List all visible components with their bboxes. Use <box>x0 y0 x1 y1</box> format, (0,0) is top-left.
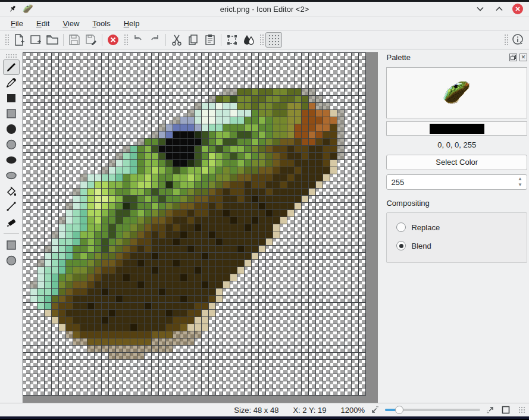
image-size-status: Size: 48 x 48 <box>234 406 278 415</box>
pin-icon[interactable] <box>8 5 17 13</box>
menu-view[interactable]: View <box>57 18 85 29</box>
grayscale-button[interactable] <box>240 32 257 48</box>
ellipse-tool[interactable] <box>3 168 20 183</box>
cut-button[interactable] <box>168 32 185 48</box>
alpha-spinbox[interactable]: 255 ▲ ▼ <box>386 174 527 190</box>
spin-up-icon[interactable]: ▲ <box>518 177 522 181</box>
pixel-canvas[interactable] <box>23 52 366 396</box>
menubar: File Edit View Tools Help <box>0 17 529 31</box>
toolbar-drag-handle[interactable] <box>503 33 508 46</box>
resize-crop-button[interactable] <box>224 32 240 48</box>
save-as-button[interactable] <box>83 32 99 48</box>
screen-bottom-strip <box>0 416 529 420</box>
circle-tool[interactable] <box>3 137 20 152</box>
whats-this-button[interactable] <box>510 32 527 48</box>
toolbar-drag-handle[interactable] <box>259 33 264 46</box>
blend-radio-row[interactable]: Blend <box>396 241 517 250</box>
rectangle-tool[interactable] <box>3 106 20 121</box>
app-snake-icon <box>23 4 33 14</box>
menu-tools[interactable]: Tools <box>86 18 116 29</box>
zoom-out-icon[interactable] <box>370 405 380 415</box>
spin-down-icon[interactable]: ▼ <box>518 183 522 187</box>
zoom-slider[interactable] <box>385 405 480 415</box>
undo-button[interactable] <box>130 32 146 48</box>
filled-rectangle-tool[interactable] <box>3 90 20 106</box>
filled-circle-tool[interactable] <box>3 121 20 137</box>
select-rectangle-tool[interactable] <box>3 237 20 253</box>
open-folder-button[interactable] <box>44 32 61 48</box>
drawing-toolbox <box>0 50 23 403</box>
alpha-value[interactable]: 255 <box>387 178 514 187</box>
toolbar-separator <box>165 34 166 46</box>
toolbox-drag-handle[interactable] <box>5 53 18 58</box>
select-ellipse-tool[interactable] <box>3 253 20 268</box>
titlebar[interactable]: erict.png - Icon Editor <2> ✕ <box>0 2 529 17</box>
select-color-button[interactable]: Select Color <box>386 155 527 170</box>
toolbar-drag-handle[interactable] <box>4 33 9 46</box>
toolbar-drag-handle[interactable] <box>123 33 128 46</box>
actual-size-icon[interactable] <box>500 405 511 415</box>
new-window-button[interactable] <box>27 32 44 48</box>
float-dock-icon[interactable] <box>509 54 517 61</box>
flood-fill-tool[interactable] <box>3 183 20 199</box>
zoom-in-icon[interactable] <box>485 405 496 415</box>
filled-ellipse-tool[interactable] <box>3 152 20 168</box>
menu-help[interactable]: Help <box>118 18 146 29</box>
compositing-label: Compositing <box>386 199 527 208</box>
new-document-button[interactable] <box>11 32 27 48</box>
replace-radio-label: Replace <box>411 223 440 232</box>
redo-button[interactable] <box>146 32 163 48</box>
toolbox-separator <box>4 233 19 234</box>
close-dock-icon[interactable]: ✕ <box>519 54 527 61</box>
blend-radio[interactable] <box>396 241 406 250</box>
current-color-swatch <box>430 124 484 134</box>
toolbar-separator <box>63 34 64 46</box>
eraser-tool[interactable] <box>3 214 20 230</box>
toggle-grid-button[interactable] <box>265 32 282 48</box>
maximize-button[interactable] <box>493 3 505 15</box>
copy-button[interactable] <box>185 32 202 48</box>
replace-radio-row[interactable]: Replace <box>396 222 517 232</box>
menu-edit[interactable]: Edit <box>30 18 55 29</box>
line-tool[interactable] <box>3 199 20 214</box>
current-color-frame <box>386 121 527 136</box>
main-toolbar <box>0 31 529 49</box>
window-title: erict.png - Icon Editor <2> <box>0 5 529 14</box>
menu-file[interactable]: File <box>5 18 29 29</box>
icon-preview-frame <box>386 67 527 118</box>
zoom-slider-thumb[interactable] <box>395 406 403 414</box>
freehand-brush-tool[interactable] <box>3 59 20 75</box>
palette-dock: Palette ✕ 0, 0, 0, 255 Select Color 255 … <box>384 50 529 403</box>
cursor-position-status: X: 2 Y: 19 <box>293 406 326 415</box>
paste-button[interactable] <box>202 32 218 48</box>
save-button[interactable] <box>66 32 83 48</box>
canvas-widget <box>23 52 378 403</box>
replace-radio[interactable] <box>396 222 406 232</box>
icon-preview-image <box>443 79 471 107</box>
close-window-button[interactable]: ✕ <box>512 4 523 14</box>
resize-grip[interactable] <box>518 406 525 413</box>
palette-dock-title: Palette <box>386 53 509 62</box>
toolbar-separator <box>102 34 102 46</box>
statusbar: Size: 48 x 48 X: 2 Y: 19 1200% <box>0 403 529 416</box>
minimize-button[interactable] <box>474 3 486 15</box>
blend-radio-label: Blend <box>411 242 431 250</box>
toolbar-separator <box>221 34 221 46</box>
color-picker-tool[interactable] <box>3 75 20 90</box>
compositing-groupbox: Replace Blend <box>386 212 527 263</box>
close-file-button[interactable] <box>105 32 121 48</box>
zoom-level-status: 1200% <box>341 406 365 415</box>
color-values-text: 0, 0, 0, 255 <box>386 140 527 149</box>
